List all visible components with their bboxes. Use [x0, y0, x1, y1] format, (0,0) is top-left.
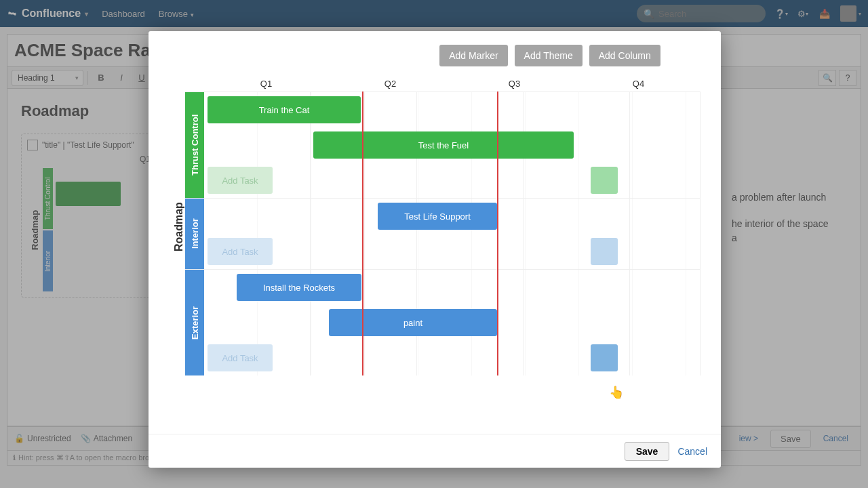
lane-header-interior[interactable]: Interior: [185, 199, 204, 269]
new-task-placeholder-interior[interactable]: [591, 238, 618, 265]
col-q2[interactable]: Q2: [328, 79, 452, 92]
add-theme-button[interactable]: Add Theme: [515, 45, 583, 66]
modal-footer: Save Cancel: [149, 434, 721, 468]
modal-cancel-button[interactable]: Cancel: [677, 446, 707, 457]
add-task-interior[interactable]: Add Task: [208, 238, 273, 265]
column-headers: Q1 Q2 Q3 Q4: [204, 79, 701, 92]
task-test-life-support[interactable]: Test Life Support: [378, 203, 497, 230]
task-install-the-rockets[interactable]: Install the Rockets: [237, 274, 361, 301]
modal-save-button[interactable]: Save: [625, 442, 670, 461]
lane-header-exterior[interactable]: Exterior: [185, 270, 204, 375]
lane-interior: Interior Test Life Support Add Task: [185, 198, 701, 269]
add-column-button[interactable]: Add Column: [589, 45, 660, 66]
new-task-placeholder-thrust[interactable]: [591, 167, 618, 194]
roadmap-title[interactable]: Roadmap: [169, 79, 185, 375]
lane-exterior: Exterior Install the Rockets paint Add T…: [185, 269, 701, 375]
col-q1[interactable]: Q1: [204, 79, 328, 92]
new-task-placeholder-exterior[interactable]: [591, 344, 618, 371]
task-train-the-cat[interactable]: Train the Cat: [208, 96, 361, 123]
add-marker-button[interactable]: Add Marker: [439, 45, 507, 66]
add-task-thrust[interactable]: Add Task: [208, 167, 273, 194]
add-task-exterior[interactable]: Add Task: [208, 344, 273, 371]
task-test-the-fuel[interactable]: Test the Fuel: [313, 131, 574, 159]
col-q3[interactable]: Q3: [452, 79, 576, 92]
col-q4[interactable]: Q4: [576, 79, 701, 92]
roadmap-editor-modal: Add Marker Add Theme Add Column Roadmap …: [149, 31, 721, 468]
lane-thrust-control: Thrust Control Train the Cat Test the Fu…: [185, 92, 701, 198]
task-paint[interactable]: paint: [329, 309, 497, 336]
lane-header-thrust[interactable]: Thrust Control: [185, 92, 204, 198]
